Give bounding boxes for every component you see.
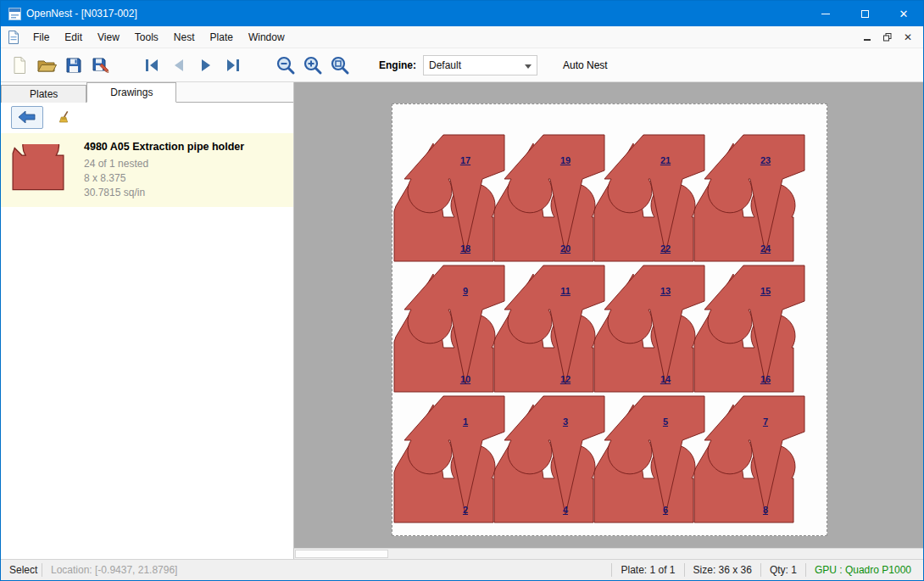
engine-select[interactable]: Default [423,55,537,75]
nested-part-pair[interactable]: 3 4 [494,394,594,524]
nested-part-pair[interactable]: 5 6 [594,394,694,524]
save-edit-icon [92,56,110,75]
mdi-minimize-button[interactable] [857,29,877,46]
auto-nest-button[interactable]: Auto Nest [558,59,613,72]
last-plate-button[interactable] [220,52,247,79]
zoom-out-button[interactable] [272,52,299,79]
tab-drawings[interactable]: Drawings [86,82,176,103]
close-icon: ✕ [899,8,909,20]
save-icon [64,56,83,75]
menu-item-tools[interactable]: Tools [127,26,166,48]
mdi-restore-button[interactable] [877,29,898,46]
tab-plates[interactable]: Plates [1,85,86,103]
part-number-label: 20 [554,243,576,254]
part-number-label: 15 [754,286,776,296]
last-icon [224,56,242,75]
title-bar: OpenNest - [N0317-002] ✕ [1,1,923,26]
nested-part-pair[interactable]: 11 12 [494,264,594,394]
part-number-label: 5 [654,416,676,427]
part-number-label: 16 [754,374,776,384]
mdi-close-icon: ✕ [904,31,912,43]
drawing-title: 4980 A05 Extraction pipe holder [84,141,244,153]
mdi-close-button[interactable]: ✕ [898,29,918,46]
zoom-out-icon [276,55,296,75]
new-button[interactable] [6,52,33,79]
save-edit-button[interactable] [87,52,114,79]
nest-row: 17 18 19 20 21 22 23 24 [394,133,794,263]
nested-part-pair[interactable]: 1 2 [394,394,494,524]
document-icon[interactable] [8,31,19,44]
part-number-label: 1 [454,416,476,427]
part-number-label: 14 [654,374,676,384]
nested-part-pair[interactable]: 7 8 [694,394,794,524]
menu-item-plate[interactable]: Plate [203,26,241,48]
plate-sheet[interactable]: 17 18 19 20 21 22 23 24 [392,103,827,536]
status-size: Size: 36 x 36 [685,564,760,576]
drawing-dimensions: 8 x 8.375 [84,171,244,186]
window-title: OpenNest - [N0317-002] [26,8,137,20]
drawing-list-item[interactable]: 4980 A05 Extraction pipe holder 24 of 1 … [1,133,293,207]
status-gpu: GPU : Quadro P1000 [806,564,923,576]
part-number-label: 6 [654,505,676,515]
chevron-down-icon [525,64,532,69]
import-drawing-button[interactable] [11,106,43,129]
drawings-toolbar [1,103,293,131]
save-button[interactable] [60,52,87,79]
part-number-label: 2 [454,505,476,515]
part-number-label: 22 [654,243,676,254]
part-number-label: 3 [554,416,576,427]
part-number-label: 7 [754,416,776,427]
part-number-label: 8 [754,505,776,515]
open-button[interactable] [33,52,60,79]
maximize-button[interactable] [845,1,884,26]
zoom-fit-icon [330,55,350,75]
nested-part-pair[interactable]: 9 10 [394,264,494,394]
nested-part-pair[interactable]: 21 22 [594,133,694,263]
first-plate-button[interactable] [138,52,165,79]
open-folder-icon [36,56,57,75]
part-number-label: 11 [554,286,576,296]
next-icon [197,56,215,75]
nested-part-pair[interactable]: 13 14 [594,264,694,394]
mdi-minimize-icon [864,39,871,41]
clear-drawings-button[interactable] [53,106,77,129]
part-number-label: 17 [454,155,476,165]
mdi-restore-icon [883,33,892,42]
menu-item-edit[interactable]: Edit [57,26,90,48]
main-toolbar: Engine: Default Auto Nest [1,48,923,82]
part-number-label: 21 [654,155,676,165]
drawing-area: 30.7815 sq/in [84,186,244,200]
next-plate-button[interactable] [192,52,220,79]
menu-item-window[interactable]: Window [241,26,292,48]
part-number-label: 12 [554,374,576,384]
minimize-button[interactable] [806,1,845,26]
zoom-in-icon [303,55,323,75]
app-window: OpenNest - [N0317-002] ✕ File Edit View … [0,0,924,581]
zoom-in-button[interactable] [299,52,326,79]
part-number-label: 18 [454,243,476,254]
part-number-label: 9 [454,286,476,296]
previous-plate-button[interactable] [165,52,192,79]
part-number-label: 19 [554,155,576,165]
nested-part-pair[interactable]: 17 18 [394,133,494,263]
nested-part-pair[interactable]: 23 24 [694,133,794,263]
part-thumbnail [11,141,72,199]
nest-row: 1 2 3 4 5 6 7 8 [394,394,794,524]
previous-icon [170,56,188,75]
first-icon [142,56,161,75]
part-number-label: 4 [554,505,576,515]
maximize-icon [861,10,869,18]
zoom-fit-button[interactable] [326,52,353,79]
nested-part-pair[interactable]: 15 16 [694,264,794,394]
status-qty: Qty: 1 [761,564,805,576]
menu-item-view[interactable]: View [90,26,127,48]
blue-arrow-icon [19,111,36,123]
menu-item-file[interactable]: File [25,26,57,48]
menu-item-nest[interactable]: Nest [166,26,203,48]
horizontal-scrollbar-thumb[interactable] [295,550,388,558]
nested-part-pair[interactable]: 19 20 [494,133,594,263]
horizontal-scrollbar[interactable] [294,548,923,559]
close-button[interactable]: ✕ [884,1,923,26]
nest-canvas[interactable]: 17 18 19 20 21 22 23 24 [294,82,923,559]
status-mode: Select [1,564,42,576]
